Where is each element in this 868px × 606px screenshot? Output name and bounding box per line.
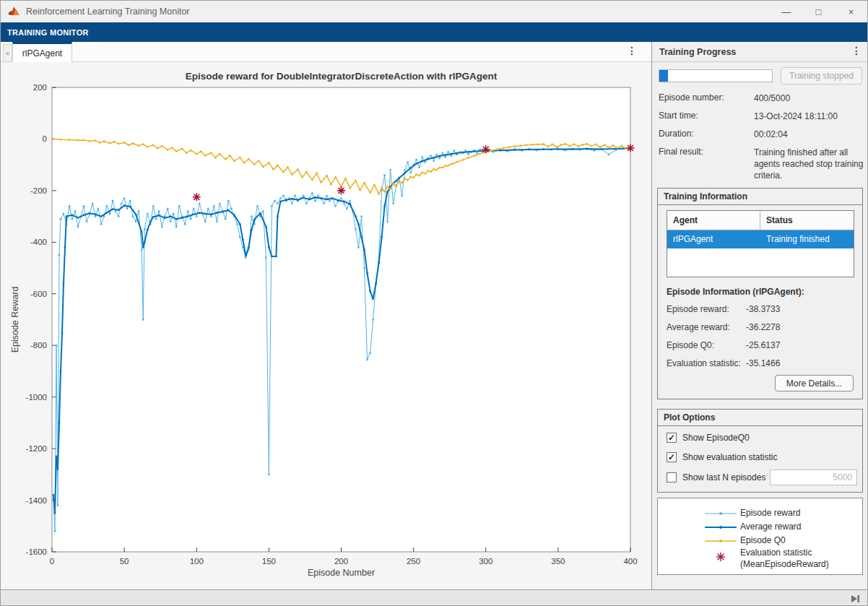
tab-strip: ≡ rlPGAgent ⋮ xyxy=(1,42,651,62)
tab-rlpgagent[interactable]: rlPGAgent xyxy=(12,42,72,62)
show-episodeq0-checkbox[interactable] xyxy=(667,433,677,443)
svg-text:200: 200 xyxy=(334,557,348,566)
field-label: Final result: xyxy=(659,147,754,182)
document-pane: ≡ rlPGAgent ⋮ Episode reward for DoubleI… xyxy=(1,42,651,589)
legend-label: Evaluation statistic (MeanEpisodeReward) xyxy=(740,547,829,570)
training-stopped-button[interactable]: Training stopped xyxy=(781,67,862,85)
tab-options-menu-icon[interactable]: ⋮ xyxy=(625,45,638,59)
evaluation-statistic-stat: Evaluation statistic: -35.1466 xyxy=(667,358,854,368)
evaluation-statistic-asterisk-swatch xyxy=(716,552,726,562)
legend-label-line1: Evaluation statistic xyxy=(740,547,812,558)
progress-fill xyxy=(659,70,668,82)
svg-text:0: 0 xyxy=(50,557,54,566)
training-progress-bar xyxy=(659,69,773,82)
panel-body: Training stopped Episode number: 400/500… xyxy=(652,62,868,572)
legend-label: Average reward xyxy=(740,521,802,533)
field-label: Episode number: xyxy=(659,92,754,104)
svg-text:Episode Reward: Episode Reward xyxy=(10,287,20,353)
agent-cell: rlPGAgent xyxy=(667,230,760,248)
svg-text:100: 100 xyxy=(190,557,204,566)
table-header: Agent Status xyxy=(667,211,854,230)
matlab-logo-icon xyxy=(7,6,20,17)
svg-text:150: 150 xyxy=(262,557,276,566)
field-value: 00:02:04 xyxy=(754,129,864,140)
more-details-button[interactable]: More Details... xyxy=(775,375,854,391)
training-chart[interactable]: Episode reward for DoubleIntegratorDiscr… xyxy=(1,62,651,589)
maximize-button[interactable]: □ xyxy=(802,1,835,22)
stat-label: Evaluation statistic: xyxy=(667,358,746,368)
average-reward-stat: Average reward: -36.2278 xyxy=(667,322,854,332)
close-button[interactable]: × xyxy=(835,1,867,22)
final-result-row: Final result: Training finished after al… xyxy=(659,147,864,182)
training-information-group: Training Information Agent Status rlPGAg… xyxy=(657,188,863,399)
show-last-n-episodes-option: Show last N episodes xyxy=(667,472,765,482)
svg-text:0: 0 xyxy=(43,134,47,143)
episode-information-title: Episode Information (rlPGAgent): xyxy=(667,287,804,297)
table-row[interactable]: rlPGAgent Training finished xyxy=(667,230,854,248)
episode-q0-stat: Episode Q0: -25.6137 xyxy=(667,340,854,350)
legend-label: Episode Q0 xyxy=(740,535,786,547)
stat-value: -35.1466 xyxy=(746,358,780,368)
svg-text:350: 350 xyxy=(551,557,565,566)
duration-row: Duration: 00:02:04 xyxy=(659,129,864,140)
svg-text:-200: -200 xyxy=(30,186,47,195)
last-n-episodes-input[interactable] xyxy=(770,469,857,485)
episode-q0-line-swatch xyxy=(704,537,737,545)
field-value: 400/5000 xyxy=(754,92,864,104)
show-last-n-episodes-checkbox[interactable] xyxy=(667,472,677,482)
window-title: Reinforcement Learning Training Monitor xyxy=(26,7,190,17)
stat-label: Episode Q0: xyxy=(667,340,746,350)
agents-table: Agent Status rlPGAgent Training finished xyxy=(667,210,854,277)
column-header-status: Status xyxy=(760,211,854,230)
svg-text:-1200: -1200 xyxy=(26,444,47,453)
field-label: Duration: xyxy=(659,129,754,140)
svg-text:-1400: -1400 xyxy=(26,496,47,505)
svg-text:200: 200 xyxy=(33,83,47,92)
drag-handle-icon[interactable]: ≡ xyxy=(3,44,12,62)
average-reward-line-swatch xyxy=(704,524,737,531)
svg-text:Episode reward for DoubleInteg: Episode reward for DoubleIntegratorDiscr… xyxy=(186,71,498,82)
checkbox-label: Show EpisodeQ0 xyxy=(682,433,750,443)
column-header-agent: Agent xyxy=(667,211,760,230)
svg-text:250: 250 xyxy=(407,557,420,566)
stat-value: -25.6137 xyxy=(746,340,780,350)
svg-text:-400: -400 xyxy=(30,238,47,246)
legend-label: Episode reward xyxy=(740,508,800,519)
episode-reward-stat: Episode reward: -38.3733 xyxy=(667,304,854,314)
panel-title: Training Progress xyxy=(659,47,736,57)
show-evaluation-statistic-checkbox[interactable] xyxy=(667,452,677,462)
svg-text:400: 400 xyxy=(623,557,637,566)
stat-value: -38.3733 xyxy=(746,304,780,314)
title-bar: Reinforcement Learning Training Monitor … xyxy=(1,1,867,22)
panel-header: Training Progress ⋮ xyxy=(652,42,868,62)
expand-panel-icon[interactable] xyxy=(850,594,861,603)
field-value: Training finished after all agents reach… xyxy=(754,147,864,182)
status-cell: Training finished xyxy=(760,230,854,248)
stat-value: -36.2278 xyxy=(746,322,780,332)
start-time-row: Start time: 13-Oct-2024 18:11:00 xyxy=(659,111,864,122)
svg-text:50: 50 xyxy=(120,557,129,566)
field-label: Start time: xyxy=(659,111,754,122)
show-episodeq0-option: Show EpisodeQ0 xyxy=(667,433,750,443)
legend-label-line2: (MeanEpisodeReward) xyxy=(740,559,829,569)
svg-text:-600: -600 xyxy=(30,290,47,298)
field-value: 13-Oct-2024 18:11:00 xyxy=(754,111,864,122)
panel-options-menu-icon[interactable]: ⋮ xyxy=(851,45,862,56)
svg-text:300: 300 xyxy=(479,557,492,566)
episode-number-row: Episode number: 400/5000 xyxy=(659,92,864,104)
plot-options-group: Plot Options Show EpisodeQ0 Show evaluat… xyxy=(657,409,863,493)
minimize-button[interactable]: — xyxy=(770,1,802,22)
svg-text:-1000: -1000 xyxy=(26,393,47,402)
svg-text:-800: -800 xyxy=(30,341,47,350)
checkbox-label: Show last N episodes xyxy=(682,472,765,482)
stat-label: Average reward: xyxy=(667,322,746,332)
bottom-status-bar xyxy=(1,589,867,606)
episode-reward-line-swatch xyxy=(704,510,737,517)
svg-text:Episode Number: Episode Number xyxy=(308,568,375,578)
toolstrip-tab-training-monitor[interactable]: TRAINING MONITOR xyxy=(7,28,89,37)
app-window: Reinforcement Learning Training Monitor … xyxy=(0,0,868,606)
training-progress-panel: Training Progress ⋮ Training stopped Epi… xyxy=(651,42,868,589)
toolstrip: TRAINING MONITOR xyxy=(1,22,867,42)
checkbox-label: Show evaluation statistic xyxy=(682,452,777,462)
stat-label: Episode reward: xyxy=(667,304,746,314)
